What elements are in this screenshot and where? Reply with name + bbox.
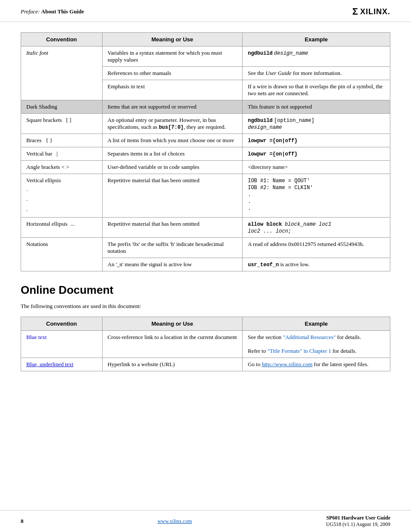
example-cell: Go to http://www.xilinx.com for the late…	[243, 358, 390, 371]
example-cell: See the User Guide for more information.	[243, 67, 390, 80]
xi-symbol-icon: Σ	[352, 6, 358, 17]
xilinx-logo: Σ XILINX.	[352, 6, 390, 17]
section-intro: The following conventions are used in th…	[21, 303, 390, 310]
meaning-cell: User-defined variable or in code samples	[102, 161, 243, 174]
convention-cell: Blue, underlined text	[21, 358, 103, 371]
page-header: Preface: About This Guide Σ XILINX.	[0, 0, 411, 22]
example-cell: IOB #1: Name = QOUT' IOB #2: Name = CLKI…	[243, 174, 390, 218]
example-cell: This feature is not supported	[243, 100, 390, 114]
meaning-cell: Items that are not supported or reserved	[102, 100, 243, 114]
meaning-cell: Variables in a syntax statement for whic…	[102, 47, 243, 67]
footer-doc-info: SP601 Hardware User Guide UG518 (v1.1) A…	[326, 515, 390, 528]
table-row: Blue, underlined text Hyperlink to a web…	[21, 358, 390, 371]
convention-cell: Horizontal ellipsis ...	[21, 218, 103, 238]
col-header-convention: Convention	[21, 33, 103, 47]
col-header-example2: Example	[243, 317, 390, 331]
section-heading: Online Document	[21, 283, 390, 297]
table-row: Blue text Cross-reference link to a loca…	[21, 331, 390, 358]
col-header-convention2: Convention	[21, 317, 103, 331]
table-row: Vertical ellipsis ... Repetitive materia…	[21, 174, 390, 218]
online-document-section: Online Document The following convention…	[21, 283, 390, 371]
convention-cell: Angle brackets < >	[21, 161, 103, 174]
footer-page-number: 8	[21, 518, 24, 525]
header-breadcrumb: Preface: About This Guide	[21, 8, 84, 15]
convention-cell: Braces { }	[21, 134, 103, 147]
table-row: Angle brackets < > User-defined variable…	[21, 161, 390, 174]
page-footer: 8 www.xilinx.com SP601 Hardware User Gui…	[0, 510, 411, 532]
table-row: Vertical bar | Separates items in a list…	[21, 147, 390, 161]
example-cell: ngdbuild [option_name]design_name	[243, 114, 390, 134]
online-conventions-table: Convention Meaning or Use Example Blue t…	[21, 317, 390, 371]
example-cell: See the section "Additional Resources" f…	[243, 331, 390, 358]
convention-cell: Square brackets [ ]	[21, 114, 103, 134]
convention-cell: Vertical ellipsis ...	[21, 174, 103, 218]
meaning-cell: The prefix '0x' or the suffix 'h' indica…	[102, 238, 243, 258]
convention-cell: Italic font	[21, 47, 103, 100]
example-cell: lowpwr ={on|off}	[243, 147, 390, 161]
example-cell: A read of address 0x00112975 returned 45…	[243, 238, 390, 258]
footer-doc-title: SP601 Hardware User Guide	[326, 515, 390, 521]
example-cell: lowpwr ={on|off}	[243, 134, 390, 147]
table-row: Italic font Variables in a syntax statem…	[21, 47, 390, 67]
convention-cell: Dark Shading	[21, 100, 103, 114]
meaning-cell: A list of items from which you must choo…	[102, 134, 243, 147]
convention-cell: Vertical bar |	[21, 147, 103, 161]
table-row: Horizontal ellipsis ... Repetitive mater…	[21, 218, 390, 238]
table-row: Dark Shading Items that are not supporte…	[21, 100, 390, 114]
footer-doc-number: UG518 (v1.1) August 19, 2009	[326, 521, 390, 528]
table-row: Square brackets [ ] An optional entry or…	[21, 114, 390, 134]
col-header-example: Example	[243, 33, 390, 47]
meaning-cell: References to other manuals	[102, 67, 243, 80]
col-header-meaning2: Meaning or Use	[102, 317, 243, 331]
meaning-cell: Repetitive material that has been omitte…	[102, 174, 243, 218]
example-cell: usr_teof_n is active low.	[243, 258, 390, 271]
logo-text: XILINX.	[360, 7, 390, 16]
conventions-table: Convention Meaning or Use Example Italic…	[21, 32, 390, 271]
convention-cell: Blue text	[21, 331, 103, 358]
meaning-cell: Hyperlink to a website (URL)	[102, 358, 243, 371]
meaning-cell: Cross-reference link to a location in th…	[102, 331, 243, 358]
table-row: Notations The prefix '0x' or the suffix …	[21, 238, 390, 258]
meaning-cell: Emphasis in text	[102, 80, 243, 100]
main-content: Convention Meaning or Use Example Italic…	[0, 32, 411, 371]
example-cell: ngdbuild design_name	[243, 47, 390, 67]
example-cell: If a wire is drawn so that it overlaps t…	[243, 80, 390, 100]
meaning-cell: An '_n' means the signal is active low	[102, 258, 243, 271]
convention-cell: Notations	[21, 238, 103, 271]
meaning-cell: Separates items in a list of choices	[102, 147, 243, 161]
footer-website[interactable]: www.xilinx.com	[158, 518, 192, 525]
meaning-cell: Repetitive material that has been omitte…	[102, 218, 243, 238]
meaning-cell: An optional entry or parameter. However,…	[102, 114, 243, 134]
example-cell: <directory name>	[243, 161, 390, 174]
table-row: Braces { } A list of items from which yo…	[21, 134, 390, 147]
col-header-meaning: Meaning or Use	[102, 33, 243, 47]
example-cell: allow block block_name loc1 loc2 ... loc…	[243, 218, 390, 238]
